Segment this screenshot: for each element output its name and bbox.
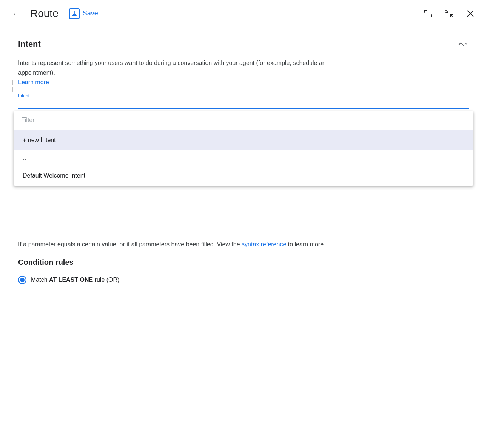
save-icon: [69, 8, 80, 19]
back-button[interactable]: ←: [9, 6, 24, 21]
collapse-intent-button[interactable]: [460, 40, 469, 49]
filter-input-wrapper: [14, 111, 473, 130]
syntax-reference-link[interactable]: syntax reference: [242, 241, 286, 247]
intent-section-header: Intent: [18, 39, 469, 49]
default-welcome-intent-option[interactable]: Default Welcome Intent: [14, 165, 473, 186]
intent-field-label: Intent: [18, 93, 29, 99]
sidebar-grip: [12, 80, 13, 92]
fullscreen-button[interactable]: [421, 6, 436, 21]
toolbar-left: ← Route Save: [9, 5, 421, 22]
drag-handle-icon: [12, 80, 13, 92]
back-arrow-icon: ←: [12, 8, 21, 19]
condition-section: If a parameter equals a certain value, o…: [18, 230, 469, 284]
intent-dropdown: + new Intent -- Default Welcome Intent: [14, 111, 473, 186]
learn-more-link[interactable]: Learn more: [18, 79, 49, 85]
intent-section-title: Intent: [18, 39, 41, 49]
intent-input-wrapper: Intent: [18, 96, 469, 109]
compress-icon: [445, 9, 453, 18]
close-icon: [466, 9, 475, 18]
svg-rect-0: [72, 15, 77, 15]
match-at-least-one-radio[interactable]: [18, 276, 26, 284]
close-button[interactable]: [463, 6, 478, 21]
match-at-least-one-row: Match AT LEAST ONE rule (OR): [18, 276, 469, 284]
match-label-text: Match AT LEAST ONE rule (OR): [31, 277, 119, 283]
condition-rules-title: Condition rules: [18, 258, 469, 267]
compress-button[interactable]: [442, 6, 457, 21]
page-title: Route: [30, 8, 59, 20]
intent-description: Intents represent something your users w…: [18, 58, 358, 87]
toolbar-right: [421, 6, 478, 21]
new-intent-option[interactable]: + new Intent: [14, 130, 473, 150]
intent-field-container: Intent + new Intent -- Default Welcome I…: [18, 96, 469, 109]
dropdown-divider: --: [14, 150, 473, 165]
save-button[interactable]: Save: [65, 5, 103, 22]
fullscreen-icon: [424, 9, 432, 18]
toolbar: ← Route Save: [0, 0, 487, 27]
save-label: Save: [83, 9, 98, 17]
filter-input[interactable]: [21, 117, 466, 124]
condition-description: If a parameter equals a certain value, o…: [18, 239, 469, 249]
main-content: Intent Intents represent something your …: [0, 27, 487, 296]
